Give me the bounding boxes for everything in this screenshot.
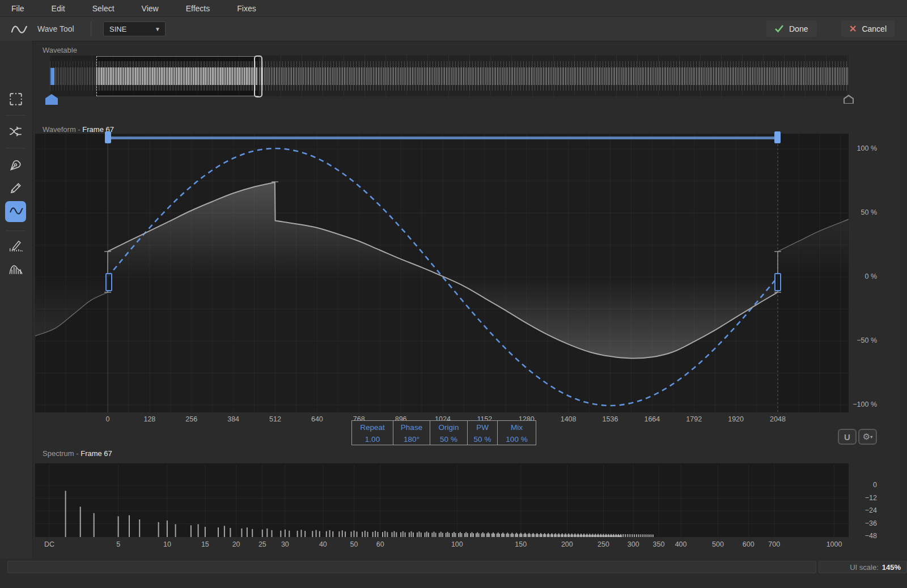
ui-scale-value: 145% — [882, 563, 901, 572]
gear-icon: ⚙ — [863, 432, 870, 442]
tool-name-label: Wave Tool — [37, 24, 74, 33]
pw-parameter-box[interactable]: PW 50 % — [467, 420, 498, 445]
repeat-label: Repeat — [352, 421, 393, 433]
selection-end-handle[interactable] — [774, 131, 781, 143]
done-button-label: Done — [789, 24, 808, 33]
cancel-button-label: Cancel — [862, 24, 887, 33]
axis-tick-label: 1664 — [635, 415, 669, 423]
phase-parameter-box[interactable]: Phase 180° — [393, 420, 430, 445]
ui-scale-label: UI scale: — [850, 563, 879, 572]
axis-tick-label: 400 — [667, 540, 695, 548]
wavetable-left-dim-overlay — [50, 56, 96, 96]
repeat-parameter-box[interactable]: Repeat 1.00 — [351, 420, 393, 445]
horizontal-scrollbar[interactable] — [7, 561, 816, 573]
menu-bar: File Edit Select View Effects Fixes — [0, 0, 907, 17]
spectrum-envelope-tool-icon[interactable] — [9, 262, 23, 276]
axis-tick-label: 100 — [443, 540, 471, 548]
mix-parameter-box[interactable]: Mix 100 % — [497, 420, 536, 445]
waveform-section-title: Waveform - Frame 67 — [43, 125, 114, 134]
wave-tool-icon — [10, 23, 28, 36]
menu-select[interactable]: Select — [92, 4, 115, 13]
marquee-select-tool-icon[interactable] — [9, 92, 23, 106]
axis-tick-label: 1536 — [594, 415, 628, 423]
pencil-tool-icon[interactable] — [9, 181, 23, 195]
mix-label: Mix — [498, 421, 536, 433]
menu-effects[interactable]: Effects — [186, 4, 210, 13]
axis-tick-label: −48 — [843, 532, 877, 540]
origin-label: Origin — [430, 421, 467, 433]
axis-tick-label: 250 — [589, 540, 617, 548]
wave-shape-dropdown[interactable]: SINE ▼ — [103, 22, 166, 36]
sidebar-separator — [6, 148, 25, 148]
axis-tick-label: 60 — [366, 540, 395, 548]
cancel-button[interactable]: Cancel — [841, 20, 895, 37]
ui-scale-indicator: UI scale: 145% — [819, 561, 907, 573]
axis-tick-label: −12 — [843, 494, 877, 502]
wave-edge-handle-left[interactable] — [105, 273, 112, 291]
menu-fixes[interactable]: Fixes — [237, 4, 256, 13]
wavetable-section-title: Wavetable — [43, 46, 77, 54]
axis-tick-label: 0 % — [843, 272, 877, 280]
phase-value: 180° — [393, 433, 430, 445]
axis-tick-label: 256 — [175, 415, 209, 423]
done-button[interactable]: Done — [766, 20, 817, 37]
menu-file[interactable]: File — [11, 4, 24, 13]
wavetable-frame-strip[interactable] — [50, 56, 849, 96]
menu-view[interactable]: View — [142, 4, 159, 13]
toolbar: Wave Tool SINE ▼ Done Cancel — [0, 17, 907, 41]
axis-tick-label: 0 — [91, 415, 125, 423]
wavetable-start-marker[interactable] — [50, 68, 54, 85]
axis-tick-label: DC — [35, 540, 63, 548]
wave-tool-icon-selected[interactable] — [9, 204, 24, 219]
menu-edit[interactable]: Edit — [52, 4, 65, 13]
axis-tick-label: 384 — [217, 415, 251, 423]
axis-tick-label: 600 — [734, 540, 762, 548]
selection-start-handle[interactable] — [105, 131, 111, 143]
wavetable-label: Wavetable — [43, 46, 77, 54]
spectrum-label: Spectrum - — [43, 449, 80, 458]
wave-shape-value: SINE — [109, 25, 126, 33]
u-he-logo-icon: U — [844, 432, 850, 442]
pw-value: 50 % — [468, 433, 497, 445]
check-icon — [774, 24, 784, 33]
axis-tick-label: 50 — [340, 540, 368, 548]
wave-edge-handle-right[interactable] — [774, 273, 781, 291]
x-icon — [849, 24, 857, 33]
waveform-selection-range-bar[interactable] — [108, 137, 778, 139]
waveform-plot-area[interactable] — [35, 134, 849, 412]
axis-tick-label: 30 — [271, 540, 299, 548]
mix-value: 100 % — [498, 433, 536, 445]
axis-tick-label: 2048 — [761, 415, 795, 423]
current-frame-cursor[interactable] — [254, 56, 262, 97]
morph-crossfade-tool-icon[interactable] — [9, 124, 23, 139]
axis-tick-label: 40 — [309, 540, 337, 548]
axis-tick-label: 1000 — [820, 540, 849, 548]
status-bar: UI scale: 145% — [0, 559, 907, 576]
axis-tick-label: 640 — [300, 415, 334, 423]
origin-value: 50 % — [430, 433, 467, 445]
axis-tick-label: 200 — [553, 540, 581, 548]
u-he-logo-button[interactable]: U — [838, 429, 857, 445]
tool-sidebar — [0, 41, 33, 560]
spectrum-pencil-tool-icon[interactable] — [9, 239, 23, 254]
sidebar-separator — [6, 115, 25, 116]
repeat-value: 1.00 — [352, 433, 393, 445]
spectrum-frame-number: Frame 67 — [80, 449, 112, 458]
sidebar-separator — [6, 231, 25, 231]
axis-tick-label: 512 — [258, 415, 293, 423]
spectrum-section-title: Spectrum - Frame 67 — [43, 449, 112, 458]
axis-tick-label: 1792 — [677, 415, 711, 423]
settings-menu-button[interactable]: ⚙ ▾ — [858, 429, 877, 445]
spectrum-plot-area[interactable] — [35, 463, 849, 537]
axis-tick-label: 1920 — [719, 415, 753, 423]
axis-tick-label: 0 — [843, 481, 877, 489]
chevron-down-icon: ▼ — [155, 26, 160, 32]
waveform-label: Waveform - — [43, 125, 82, 134]
axis-tick-label: 5 — [104, 540, 133, 548]
axis-tick-label: −24 — [843, 506, 877, 514]
pen-tool-icon[interactable] — [9, 157, 23, 172]
axis-tick-label: 100 % — [843, 144, 877, 152]
axis-tick-label: 500 — [704, 540, 732, 548]
phase-label: Phase — [393, 421, 430, 433]
origin-parameter-box[interactable]: Origin 50 % — [430, 420, 468, 445]
